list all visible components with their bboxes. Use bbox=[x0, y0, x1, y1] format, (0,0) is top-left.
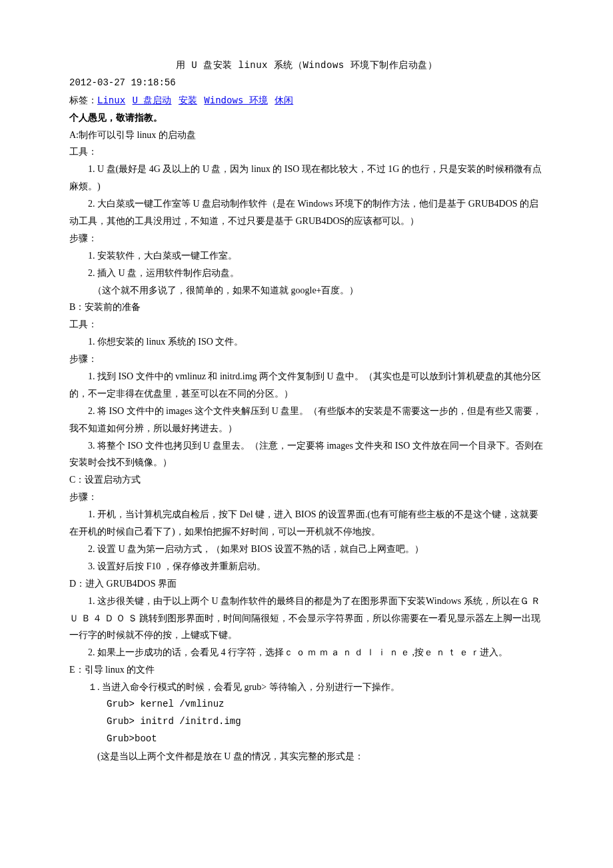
section-a-step-2: 2. 插入 U 盘，运用软件制作启动盘。 bbox=[69, 265, 544, 282]
section-b-step-3: 3. 将整个 ISO 文件也拷贝到 U 盘里去。（注意，一定要将 images … bbox=[69, 437, 544, 472]
section-b-heading: B：安装前的准备 bbox=[69, 299, 544, 316]
tags-line: 标签：Linux U 盘启动 安装 Windows 环境 休闲 bbox=[69, 92, 544, 109]
code-line-1: Grub> kernel /vmlinuz bbox=[69, 696, 544, 713]
section-d-step-1: 1. 这步很关键，由于以上两个 U 盘制作软件的最终目的都是为了在图形界面下安装… bbox=[69, 593, 544, 645]
datetime: 2012-03-27 19:18:56 bbox=[69, 75, 544, 92]
tag-link-leisure[interactable]: 休闲 bbox=[275, 95, 293, 105]
section-d-heading: D：进入 GRUB4DOS 界面 bbox=[69, 575, 544, 593]
section-e-note: (这是当以上两个文件都是放在 U 盘的情况，其实完整的形式是： bbox=[69, 748, 544, 765]
tags-label: 标签： bbox=[69, 95, 97, 105]
section-c-step-2: 2. 设置 U 盘为第一启动方式，（如果对 BIOS 设置不熟的话，就自己上网查… bbox=[69, 541, 544, 558]
code-line-2: Grub> initrd /initrd.img bbox=[69, 713, 544, 731]
section-c-step-3: 3. 设置好后按 F10 ，保存修改并重新启动。 bbox=[69, 558, 544, 575]
section-a-tools-label: 工具： bbox=[69, 143, 544, 161]
section-b-tools-label: 工具： bbox=[69, 316, 544, 333]
page-title: 用 U 盘安装 linux 系统（Windows 环境下制作启动盘） bbox=[69, 57, 544, 75]
section-a-step-2-note: （这个就不用多说了，很简单的，如果不知道就 google+百度。） bbox=[69, 282, 544, 299]
section-b-steps-label: 步骤： bbox=[69, 351, 544, 368]
section-b-step-1: 1. 找到 ISO 文件中的 vmlinuz 和 initrd.img 两个文件… bbox=[69, 368, 544, 403]
section-b-tool-1: 1. 你想安装的 linux 系统的 ISO 文件。 bbox=[69, 333, 544, 351]
section-c-heading: C：设置启动方式 bbox=[69, 471, 544, 489]
section-a-tool-2: 2. 大白菜或一键工作室等 U 盘启动制作软件（是在 Windows 环境下的制… bbox=[69, 195, 544, 230]
notice-line: 个人愚见，敬请指教。 bbox=[69, 109, 544, 127]
section-a-steps-label: 步骤： bbox=[69, 230, 544, 247]
section-a-step-1: 1. 安装软件，大白菜或一键工作室。 bbox=[69, 247, 544, 265]
section-a-heading: A:制作可以引导 linux 的启动盘 bbox=[69, 127, 544, 144]
section-e-heading: E：引导 linux 的文件 bbox=[69, 661, 544, 679]
section-c-step-1: 1. 开机，当计算机完成自检后，按下 Del 键，进入 BIOS 的设置界面.(… bbox=[69, 506, 544, 541]
tag-link-windows-env[interactable]: Windows 环境 bbox=[204, 95, 267, 105]
section-e-step-1: １. 当进入命令行模式的时候，会看见 grub> 等待输入，分别进行一下操作。 bbox=[69, 679, 544, 696]
section-d-step-2: 2. 如果上一步成功的话，会看见 4 行字符，选择ｃ ｏ ｍ ｍ ａ ｎ ｄ ｌ… bbox=[69, 644, 544, 661]
section-c-steps-label: 步骤： bbox=[69, 489, 544, 506]
tag-link-usb-boot[interactable]: U 盘启动 bbox=[133, 95, 172, 105]
code-line-3: Grub>boot bbox=[69, 731, 544, 748]
section-b-step-2: 2. 将 ISO 文件中的 images 这个文件夹解压到 U 盘里。（有些版本… bbox=[69, 403, 544, 437]
tag-link-linux[interactable]: Linux bbox=[97, 95, 125, 105]
tag-link-install[interactable]: 安装 bbox=[179, 95, 197, 105]
section-a-tool-1: 1. U 盘(最好是 4G 及以上的 U 盘，因为 linux 的 ISO 现在… bbox=[69, 161, 544, 195]
document-page: 用 U 盘安装 linux 系统（Windows 环境下制作启动盘） 2012-… bbox=[0, 0, 613, 805]
